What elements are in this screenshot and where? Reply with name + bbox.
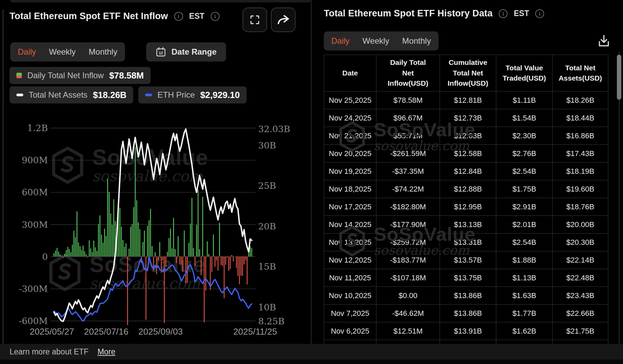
table-row: Nov 11,2025-$107.18M$13.75B$1.13B$22.48B (324, 269, 608, 287)
download-icon (597, 33, 611, 48)
table-row: Nov 13,2025-$259.72M$13.31B$2.54B$20.30B (324, 234, 608, 251)
history-table: DateDaily TotalNetInflow(USD)CumulativeT… (324, 55, 608, 344)
table-row: Nov 19,2025-$37.35M$12.84B$2.54B$18.19B (324, 163, 608, 180)
tab-weekly[interactable]: Weekly (49, 47, 75, 57)
table-row: Nov 18,2025-$74.22M$12.88B$1.75B$19.60B (324, 180, 608, 198)
table-cell-assets: $22.74B (553, 340, 608, 344)
table-cell-assets: $19.60B (553, 180, 608, 198)
table-cell-assets: $23.43B (553, 287, 608, 305)
table-cell-traded: $1.79B (496, 340, 553, 344)
table-cell-cumulative: $13.57B (440, 251, 496, 269)
table-cell-traded: $1.75B (496, 180, 553, 198)
table-cell-date: Nov 6,2025 (324, 322, 376, 340)
legend-label: Daily Total Net Inflow (27, 71, 104, 80)
table-cell-date: Nov 11,2025 (324, 269, 376, 287)
table-cell-traded: $1.63B (496, 287, 553, 305)
table-cell-date: Nov 14,2025 (324, 216, 376, 234)
table-cell-cumulative: $12.81B (440, 92, 496, 109)
table-row: Nov 6,2025$12.51M$13.91B$1.62B$21.75B (324, 322, 608, 340)
table-cell-inflow: -$118.58M (376, 340, 440, 344)
table-row: Nov 17,2025-$182.80M$12.95B$2.91B$18.76B (324, 198, 608, 216)
left-axis-tick: -600M (19, 316, 48, 326)
table-cell-inflow: -$46.62M (376, 305, 440, 322)
right-axis-tick: 30B (258, 140, 276, 151)
table-row: Nov 25,2025$78.58M$12.81B$1.11B$18.26B (324, 92, 608, 109)
table-cell-inflow: -$37.35M (376, 163, 440, 180)
table-cell-date: Nov 10,2025 (324, 287, 376, 305)
right-axis-tick: 25B (258, 181, 276, 191)
legend-item-eth-price[interactable]: ETH Price $2,929.10 (138, 86, 247, 103)
table-cell-inflow: -$74.22M (376, 180, 440, 198)
table-cell-inflow: $12.51M (376, 322, 440, 340)
left-axis-tick: 0 (42, 252, 48, 262)
info-icon[interactable]: i (535, 9, 544, 18)
history-data-panel: SoSoValue sosovalue.com SoSoValue sosova… (312, 0, 623, 344)
table-cell-assets: $21.75B (553, 322, 608, 340)
table-cell-cumulative: $12.58B (440, 145, 496, 163)
table-row: Nov 24,2025$96.67M$12.73B$1.54B$18.44B (324, 109, 608, 127)
history-title: Total Ethereum Spot ETF History Data (324, 8, 493, 19)
x-axis-tick: 2025/07/16 (84, 326, 128, 337)
left-axis-tick: 300M (22, 220, 48, 230)
table-cell-date: Nov 12,2025 (324, 251, 376, 269)
tab-daily[interactable]: Daily (18, 47, 36, 57)
table-cell-cumulative: $13.86B (440, 305, 496, 322)
date-range-button[interactable]: 12 Date Range (146, 42, 226, 61)
net-assets-line-icon (16, 94, 23, 96)
tab-monthly[interactable]: Monthly (402, 36, 431, 46)
inflow-swatch-icon (16, 73, 22, 78)
tab-daily[interactable]: Daily (331, 36, 349, 46)
table-cell-inflow: -$177.90M (376, 216, 440, 234)
table-row: Nov 5,2025-$118.58M$13.90B$1.79B$22.74B (324, 340, 608, 344)
table-scrollbar-thumb[interactable] (617, 55, 621, 100)
table-cell-assets: $22.66B (553, 305, 608, 322)
table-cell-assets: $18.26B (553, 92, 608, 109)
table-cell-inflow: -$183.77M (376, 251, 440, 269)
tab-weekly[interactable]: Weekly (362, 36, 389, 46)
table-cell-date: Nov 19,2025 (324, 163, 376, 180)
table-column-header: Total ValueTraded(USD) (496, 55, 553, 92)
table-cell-cumulative: $12.73B (440, 109, 496, 127)
legend-item-net-inflow[interactable]: Daily Total Net Inflow $78.58M (10, 67, 151, 84)
table-cell-date: Nov 7,2025 (324, 305, 376, 322)
footer-text: Learn more about ETF (10, 347, 88, 356)
footer-more-link[interactable]: More (97, 347, 115, 356)
legend-item-net-assets[interactable]: Total Net Assets $18.26B (10, 86, 133, 103)
info-icon[interactable]: i (211, 12, 220, 21)
right-axis-tick: 8.25B (258, 316, 285, 326)
info-icon[interactable]: i (174, 12, 183, 21)
legend-label: Total Net Assets (29, 90, 87, 100)
table-cell-traded: $1.77B (496, 305, 553, 322)
table-row: Nov 10,2025$0.00$13.86B$1.63B$23.43B (324, 287, 608, 305)
table-column-header: Date (324, 55, 376, 92)
legend-value: $2,929.10 (200, 90, 240, 100)
table-row: Nov 14,2025-$177.90M$13.13B$2.01B$20.00B (324, 216, 608, 234)
calendar-icon: 12 (156, 47, 166, 57)
right-axis-tick: 20B (258, 221, 276, 232)
table-cell-date: Nov 13,2025 (324, 234, 376, 251)
table-cell-date: Nov 24,2025 (324, 109, 376, 127)
right-axis-tick: 32.03B (258, 124, 290, 134)
table-cell-date: Nov 5,2025 (324, 340, 376, 344)
table-cell-assets: $18.19B (553, 163, 608, 180)
right-axis-tick: 15B (258, 262, 276, 272)
table-cell-inflow: $0.00 (376, 287, 440, 305)
legend-label: ETH Price (157, 90, 195, 100)
table-cell-cumulative: $13.86B (440, 287, 496, 305)
table-cell-traded: $2.01B (496, 216, 553, 234)
table-cell-assets: $20.00B (553, 216, 608, 234)
eth-price-line-icon (145, 94, 152, 96)
table-cell-traded: $1.11B (496, 92, 553, 109)
info-icon[interactable]: i (499, 9, 508, 18)
table-cell-cumulative: $12.84B (440, 163, 496, 180)
timezone-label: EST (514, 9, 529, 18)
table-cell-date: Nov 21,2025 (324, 127, 376, 145)
table-cell-date: Nov 17,2025 (324, 198, 376, 216)
table-cell-cumulative: $13.91B (440, 322, 496, 340)
download-button[interactable] (596, 33, 612, 49)
left-axis-tick: 900M (22, 155, 48, 165)
table-row: Nov 12,2025-$183.77M$13.57B$1.88B$22.14B (324, 251, 608, 269)
table-cell-traded: $1.13B (496, 269, 553, 287)
svg-text:12: 12 (159, 51, 163, 55)
tab-monthly[interactable]: Monthly (89, 47, 117, 57)
